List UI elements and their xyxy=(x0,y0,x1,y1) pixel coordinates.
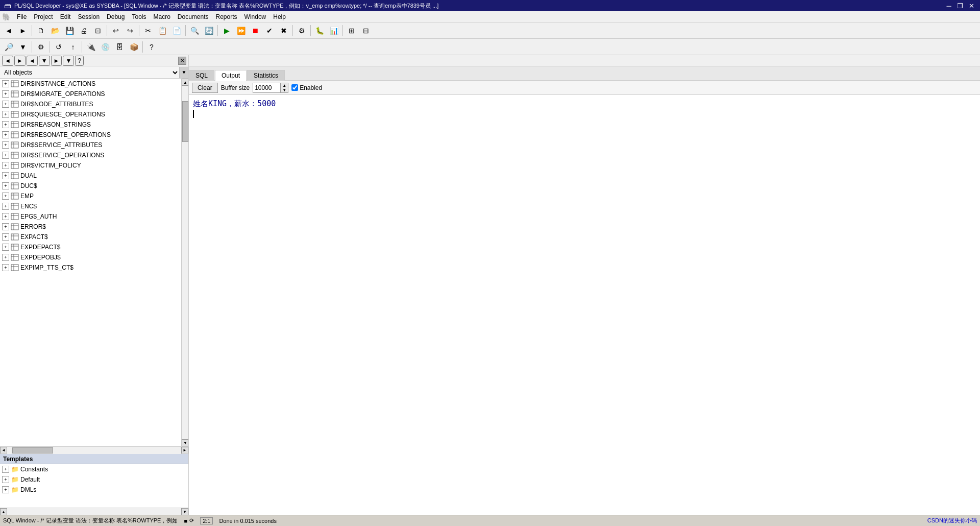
list-item[interactable]: + DIR$SERVICE_ATTRIBUTES xyxy=(0,140,181,150)
template-item-dml[interactable]: + 📁 DMLs xyxy=(0,485,188,495)
templates-scrollbar[interactable]: ▲ ▼ xyxy=(0,508,188,515)
expand-icon[interactable]: + xyxy=(2,182,9,189)
expand-icon[interactable]: + xyxy=(2,152,9,159)
list-item[interactable]: + DIR$RESONATE_OPERATIONS xyxy=(0,130,181,140)
db-btn2[interactable]: 💿 xyxy=(99,40,112,54)
print-button[interactable]: 🖨 xyxy=(77,24,90,37)
nav-help[interactable]: ? xyxy=(75,56,84,66)
clear-button[interactable]: Clear xyxy=(192,83,218,93)
dropdown-arrow-icon[interactable]: ▼ xyxy=(179,67,188,78)
expand-icon[interactable]: + xyxy=(2,476,9,483)
expand-icon[interactable]: + xyxy=(2,101,9,108)
menu-tools[interactable]: Tools xyxy=(129,12,149,21)
grid2-button[interactable]: ⊟ xyxy=(359,24,373,37)
menu-help[interactable]: Help xyxy=(270,12,289,21)
settings-button[interactable]: ⚙ xyxy=(34,40,47,54)
expand-icon[interactable]: + xyxy=(2,172,9,179)
template-item-default[interactable]: + 📁 Default xyxy=(0,474,188,485)
list-item[interactable]: + EXPIMP_TTS_CT$ xyxy=(0,262,181,273)
copy-button[interactable]: 📋 xyxy=(156,24,169,37)
tab-output[interactable]: Output xyxy=(215,70,247,81)
list-item[interactable]: + DIR$NODE_ATTRIBUTES xyxy=(0,99,181,109)
list-item[interactable]: + ERROR$ xyxy=(0,222,181,232)
open-button[interactable]: 📂 xyxy=(48,24,62,37)
nav-up[interactable]: ◄ xyxy=(27,56,38,66)
expand-icon[interactable]: + xyxy=(2,162,9,169)
template-item-constants[interactable]: + 📁 Constants xyxy=(0,464,188,474)
menu-edit[interactable]: Edit xyxy=(57,12,74,21)
list-item[interactable]: + DUAL xyxy=(0,171,181,181)
cut-button[interactable]: ✂ xyxy=(141,24,155,37)
find-button[interactable]: 🔍 xyxy=(188,24,201,37)
expand-icon[interactable]: + xyxy=(2,254,9,261)
debug-button[interactable]: 🐛 xyxy=(313,24,326,37)
expand-icon[interactable]: + xyxy=(2,193,9,200)
nav-info[interactable]: ▼ xyxy=(63,56,74,66)
buffer-size-input[interactable] xyxy=(253,83,281,93)
list-item[interactable]: + DIR$REASON_STRINGS xyxy=(0,119,181,130)
print2-button[interactable]: ⊡ xyxy=(91,24,105,37)
menu-file[interactable]: File xyxy=(14,12,30,21)
tab-sql[interactable]: SQL xyxy=(189,70,214,81)
list-item[interactable]: + EMP xyxy=(0,191,181,201)
nav-right[interactable]: ► xyxy=(51,56,62,66)
enabled-checkbox[interactable] xyxy=(291,84,298,91)
stop-button[interactable]: ⏹ xyxy=(249,24,262,37)
list-item[interactable]: + DIR$MIGRATE_OPERATIONS xyxy=(0,89,181,99)
db-btn3[interactable]: 🗄 xyxy=(113,40,126,54)
list-item[interactable]: + DIR$INSTANCE_ACTIONS xyxy=(0,79,181,89)
list-item[interactable]: + EXPACT$ xyxy=(0,232,181,242)
menu-project[interactable]: Project xyxy=(31,12,56,21)
list-item[interactable]: + DIR$QUIESCE_OPERATIONS xyxy=(0,109,181,119)
menu-reports[interactable]: Reports xyxy=(213,12,240,21)
redo-button[interactable]: ↪ xyxy=(124,24,137,37)
scroll-left-arrow[interactable]: ◄ xyxy=(0,447,7,454)
replace-button[interactable]: 🔄 xyxy=(202,24,215,37)
commit-button[interactable]: ✔ xyxy=(263,24,276,37)
expand-icon[interactable]: + xyxy=(2,244,9,251)
expand-icon[interactable]: + xyxy=(2,466,9,473)
rollback-button[interactable]: ✖ xyxy=(277,24,290,37)
horizontal-scrollbar[interactable]: ◄ ► xyxy=(0,446,188,453)
expand-icon[interactable]: + xyxy=(2,213,9,220)
expand-icon[interactable]: + xyxy=(2,111,9,118)
menu-macro[interactable]: Macro xyxy=(150,12,173,21)
execute-button[interactable]: ▶ xyxy=(220,24,233,37)
nav-down[interactable]: ▼ xyxy=(39,56,50,66)
buffer-increment-button[interactable]: ▲ xyxy=(281,83,288,88)
menu-window[interactable]: Window xyxy=(241,12,270,21)
menu-documents[interactable]: Documents xyxy=(175,12,212,21)
list-item[interactable]: + DIR$VICTIM_POLICY xyxy=(0,160,181,171)
grid1-button[interactable]: ⊞ xyxy=(345,24,358,37)
object-type-dropdown[interactable]: All objects Tables Views Procedures Func… xyxy=(0,67,179,78)
expand-icon[interactable]: + xyxy=(2,141,9,149)
object-list-scrollbar[interactable]: ▲ ▼ xyxy=(181,79,188,446)
undo-button[interactable]: ↩ xyxy=(109,24,122,37)
scroll-down-arrow[interactable]: ▼ xyxy=(182,439,188,446)
save-button[interactable]: 💾 xyxy=(63,24,76,37)
close-button[interactable]: ✕ xyxy=(967,1,976,10)
list-item[interactable]: + EXPDEPACT$ xyxy=(0,242,181,252)
execute2-button[interactable]: ⏩ xyxy=(234,24,248,37)
close-left-panel-button[interactable]: ✕ xyxy=(178,57,186,65)
expand-icon[interactable]: + xyxy=(2,233,9,241)
tmpl-scroll-up[interactable]: ▲ xyxy=(0,508,7,515)
tab-statistics[interactable]: Statistics xyxy=(247,70,285,81)
refresh-btn[interactable]: ↺ xyxy=(52,40,65,54)
search2-button[interactable]: 🔎 xyxy=(2,40,15,54)
nav-forward[interactable]: ► xyxy=(14,56,26,66)
arrow-btn[interactable]: ▼ xyxy=(16,40,30,54)
db-connect-btn[interactable]: 🔌 xyxy=(84,40,97,54)
expand-icon[interactable]: + xyxy=(2,121,9,128)
paste-button[interactable]: 📄 xyxy=(170,24,183,37)
upload-btn[interactable]: ↑ xyxy=(66,40,80,54)
forward-button[interactable]: ► xyxy=(16,24,30,37)
expand-icon[interactable]: + xyxy=(2,203,9,210)
expand-icon[interactable]: + xyxy=(2,486,9,493)
expand-icon[interactable]: + xyxy=(2,264,9,271)
scroll-thumb[interactable] xyxy=(182,101,188,142)
expand-icon[interactable]: + xyxy=(2,131,9,138)
buffer-decrement-button[interactable]: ▼ xyxy=(281,88,288,92)
list-item[interactable]: + DUC$ xyxy=(0,181,181,191)
menu-debug[interactable]: Debug xyxy=(104,12,128,21)
